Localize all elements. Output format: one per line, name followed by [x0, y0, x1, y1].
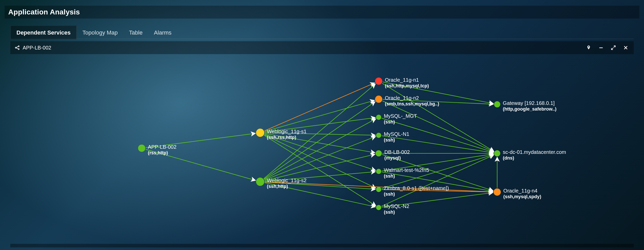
topology-edge — [382, 101, 493, 152]
tab-label: Table — [129, 29, 143, 36]
node-label: Walmart-test-%2fn5 — [384, 167, 429, 173]
node-status-dot[interactable] — [256, 178, 264, 186]
node-status-dot[interactable] — [375, 96, 382, 103]
node-label: Zimbra_8.0-s1 ([test+name]) — [384, 185, 449, 191]
node-protocols: (ssh) — [384, 173, 395, 179]
node-status-dot[interactable] — [494, 101, 500, 107]
node-status-dot[interactable] — [376, 115, 381, 120]
svg-point-1 — [18, 46, 19, 47]
topology-edge — [265, 101, 374, 131]
node-protocols: (ssh) — [384, 210, 395, 215]
panel-title: APP-LB-002 — [23, 45, 51, 51]
node-protocols: (ssh) — [384, 191, 395, 197]
tab-label: Alarms — [154, 29, 171, 36]
title-bar: Application Analysis — [5, 6, 639, 19]
node-status-dot[interactable] — [375, 78, 382, 85]
node-protocols: (ssh) — [384, 137, 395, 143]
node-status-dot[interactable] — [376, 133, 381, 138]
node-label: DB-LB-002 — [384, 149, 410, 155]
node-status-dot[interactable] — [376, 187, 381, 192]
tab-table[interactable]: Table — [123, 26, 148, 39]
page-title: Application Analysis — [8, 8, 80, 16]
tab-dependent-services[interactable]: Dependent Services — [10, 25, 77, 39]
topology-node[interactable]: Oracle_11g-n2(smb,tns,ssh,mysql,bg..) — [375, 95, 439, 106]
topology-node[interactable]: Gateway [192.168.0.1](http,google_safebr… — [494, 100, 556, 112]
node-label: MySQL-_MGT — [384, 113, 417, 119]
topology-canvas[interactable]: APP-LB-002(rss,http)Weblogic_11g-s1(ssh,… — [10, 54, 634, 242]
node-label: MySQL-N1 — [384, 131, 409, 137]
node-protocols: (mysql) — [384, 155, 401, 161]
pin-icon[interactable] — [585, 44, 593, 52]
node-label: Weblogic_11g-s2 — [267, 178, 307, 184]
tab-strip: Dependent ServicesTopology MapTableAlarm… — [10, 25, 634, 39]
node-protocols: (ssh,http) — [267, 184, 288, 189]
node-status-dot[interactable] — [494, 188, 501, 196]
node-protocols: (ssh,rss,http) — [267, 135, 296, 140]
node-status-dot[interactable] — [376, 169, 381, 174]
topology-edge — [381, 155, 493, 206]
node-status-dot[interactable] — [138, 145, 145, 152]
horizontal-scrollbar[interactable] — [10, 244, 634, 247]
tab-topology-map[interactable]: Topology Map — [77, 26, 123, 39]
node-protocols: (ssh,mysql,spdy) — [503, 194, 541, 199]
topology-node[interactable]: Weblogic_11g-s2(ssh,http) — [256, 178, 307, 189]
node-protocols: (http,google_safebrow..) — [503, 106, 556, 112]
topology-node[interactable]: sc-dc-01.mydatacenter.com(dns) — [494, 149, 566, 161]
node-label: sc-dc-01.mydatacenter.com — [503, 149, 566, 155]
node-label: Weblogic_11g-s1 — [267, 129, 307, 135]
node-label: Oracle_11g-n1 — [385, 77, 419, 83]
panel-header: APP-LB-002 — [10, 41, 634, 54]
tab-label: Dependent Services — [16, 29, 71, 36]
topology-node[interactable]: APP-LB-002(rss,http) — [138, 144, 176, 155]
svg-line-4 — [16, 48, 18, 49]
minimize-icon[interactable] — [597, 44, 605, 52]
close-icon[interactable] — [622, 44, 630, 52]
node-protocols: (rss,http) — [148, 150, 168, 155]
node-status-dot[interactable] — [256, 129, 264, 137]
topology-node[interactable]: MySQL-N2(ssh) — [376, 203, 409, 215]
node-protocols: (smb,tns,ssh,mysql,bg..) — [385, 101, 439, 106]
topology-node[interactable]: Oracle_11g-n4(ssh,mysql,spdy) — [494, 188, 541, 199]
svg-rect-5 — [599, 47, 603, 48]
tab-alarms[interactable]: Alarms — [148, 26, 177, 39]
node-protocols: (ssh) — [384, 119, 395, 124]
node-status-dot[interactable] — [376, 150, 382, 156]
topology-node[interactable]: MySQL-N1(ssh) — [376, 131, 409, 143]
node-label: Oracle_11g-n4 — [503, 188, 537, 194]
topology-node[interactable]: DB-LB-002(mysql) — [376, 149, 410, 161]
node-label: Gateway [192.168.0.1] — [503, 100, 555, 106]
svg-point-2 — [18, 48, 19, 49]
topology-node[interactable]: Walmart-test-%2fn5(ssh) — [376, 167, 429, 179]
node-label: APP-LB-002 — [148, 144, 176, 150]
node-protocols: (dns) — [503, 155, 514, 161]
node-label: Oracle_11g-n2 — [385, 95, 419, 101]
topology-edge — [264, 83, 374, 131]
expand-icon[interactable] — [610, 44, 617, 52]
share-icon — [14, 45, 20, 51]
node-status-dot[interactable] — [376, 205, 381, 210]
node-protocols: (ssh,http,mysql,tcp) — [385, 83, 429, 88]
node-label: MySQL-N2 — [384, 203, 409, 209]
svg-line-3 — [16, 46, 18, 47]
topology-node[interactable]: Weblogic_11g-s1(ssh,rss,http) — [256, 129, 307, 140]
topology-node[interactable]: Oracle_11g-n1(ssh,http,mysql,tcp) — [375, 77, 429, 88]
topology-svg[interactable]: APP-LB-002(rss,http)Weblogic_11g-s1(ssh,… — [10, 54, 634, 242]
tab-label: Topology Map — [82, 29, 118, 36]
node-status-dot[interactable] — [494, 150, 500, 156]
